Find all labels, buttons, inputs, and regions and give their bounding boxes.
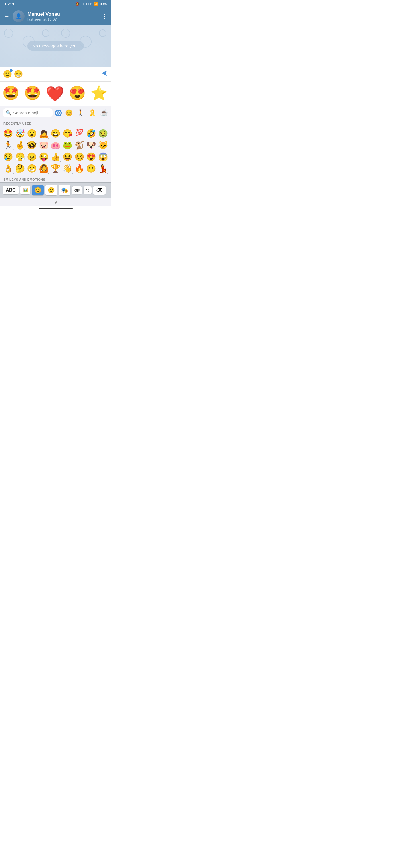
category-recent-icon[interactable]: [55, 110, 62, 117]
emoji-cell[interactable]: 🤯: [14, 128, 26, 140]
emoji-cell[interactable]: 🙇: [38, 128, 50, 140]
search-box[interactable]: 🔍: [3, 108, 53, 117]
emoji-kb-icon: 😊: [34, 187, 41, 194]
emoji-cell[interactable]: 🤔: [14, 163, 26, 175]
chat-area: No messages here yet...: [0, 25, 111, 67]
sticker2-kb-icon: 🙂: [48, 187, 55, 194]
search-input[interactable]: [13, 111, 50, 115]
no-messages-bubble: No messages here yet...: [27, 41, 84, 51]
category-people-icon[interactable]: 🚶: [76, 109, 85, 117]
animated-sticker-icon: 🎭: [61, 187, 68, 194]
home-bar: [0, 206, 111, 211]
emoji-featured-4[interactable]: 😍: [66, 84, 88, 104]
sticker-kb-button[interactable]: 🖼️: [20, 186, 30, 194]
emoji-featured-5[interactable]: ⭐: [88, 84, 110, 104]
emoji-cell[interactable]: 🥴: [73, 151, 85, 163]
chat-header: ← 👤 Manuel Vonau last seen at 16:07 ⋮: [0, 8, 111, 25]
abc-button[interactable]: ABC: [3, 186, 19, 194]
emoji-cell[interactable]: 👍: [50, 151, 62, 163]
sticker-badge: [10, 69, 12, 72]
emoji-featured-row: 🤩 🤩 ❤️ 😍 ⭐: [0, 82, 111, 106]
emoji-cell[interactable]: 👌: [2, 163, 14, 175]
text-cursor: [25, 71, 25, 78]
sticker-kb-icon: 🖼️: [23, 188, 28, 193]
svg-line-2: [58, 113, 59, 114]
network-label: LTE: [86, 2, 92, 6]
emoji-cell[interactable]: 😢: [2, 151, 14, 163]
status-time: 16:13: [5, 2, 14, 6]
emoji-cell[interactable]: 🐸: [62, 140, 74, 151]
emoji-cell[interactable]: 😆: [62, 151, 74, 163]
emoji-cell[interactable]: 😱: [97, 151, 109, 163]
battery-label: 90%: [100, 2, 107, 6]
emoji-cell[interactable]: 😠: [26, 151, 38, 163]
emoji-cell[interactable]: 🐽: [50, 140, 62, 151]
emoji-cell[interactable]: 🔥: [73, 163, 85, 175]
emoji-featured-2[interactable]: 🤩: [22, 84, 43, 104]
emoji-cell[interactable]: 😮: [26, 128, 38, 140]
sticker-button[interactable]: 🙂: [3, 70, 12, 79]
category-smileys-icon[interactable]: 😊: [64, 109, 73, 117]
recently-used-label: RECENTLY USED: [0, 120, 111, 126]
smileys-emotions-label: SMILEYS AND EMOTIONS: [0, 176, 111, 182]
emoji-cell[interactable]: 🤞: [14, 140, 26, 151]
emoji-cell[interactable]: 🙆: [38, 163, 50, 175]
emoji-grin-icon[interactable]: 😁: [14, 70, 23, 79]
contact-name: Manuel Vonau: [27, 11, 99, 17]
emoji-cell[interactable]: 💯: [73, 128, 85, 140]
status-bar: 16:13 🔕 ⊖ LTE 📶 90%: [0, 0, 111, 8]
emoji-cell[interactable]: 🤓: [26, 140, 38, 151]
notification-muted-icon: 🔕: [75, 2, 80, 6]
signal-icon: 📶: [94, 2, 98, 6]
emoji-featured-1[interactable]: 🤩: [0, 84, 22, 104]
emoji-cell[interactable]: 🤣: [85, 128, 97, 140]
emoji-cell[interactable]: 🐶: [85, 140, 97, 151]
search-category-row: 🔍 😊 🚶 🎗️ ☕: [0, 106, 111, 120]
emoji-cell[interactable]: 😀: [50, 128, 62, 140]
category-activities-icon[interactable]: 🎗️: [88, 109, 97, 117]
contact-info: Manuel Vonau last seen at 16:07: [27, 11, 99, 22]
text-emoji-button[interactable]: :-): [84, 186, 92, 194]
emoji-cell[interactable]: 😍: [85, 151, 97, 163]
contact-status: last seen at 16:07: [27, 17, 99, 22]
input-bar: 🙂 😁: [0, 67, 111, 82]
category-icons: 😊 🚶 🎗️ ☕: [55, 109, 108, 117]
emoji-cell[interactable]: 😤: [14, 151, 26, 163]
keyboard-bottom-bar: ABC 🖼️ 😊 🙂 🎭 GIF :-) ⌫: [0, 182, 111, 197]
header-menu-button[interactable]: ⋮: [102, 12, 108, 20]
emoji-cell[interactable]: 😁: [26, 163, 38, 175]
emoji-cell[interactable]: 😘: [62, 128, 74, 140]
emoji-cell[interactable]: 💃: [97, 163, 109, 175]
emoji-cell[interactable]: 🐱: [97, 140, 109, 151]
back-button[interactable]: ←: [3, 12, 10, 20]
emoji-cell[interactable]: 🤩: [2, 128, 14, 140]
avatar-image: 👤: [12, 10, 25, 22]
delete-button[interactable]: ⌫: [93, 186, 105, 195]
chevron-down-row: ∨: [0, 197, 111, 206]
emoji-cell[interactable]: 👋: [62, 163, 74, 175]
emoji-cell[interactable]: 😜: [38, 151, 50, 163]
delete-icon: ⌫: [96, 188, 103, 193]
emoji-cell[interactable]: 🤢: [97, 128, 109, 140]
emoji-cell[interactable]: 🏆: [50, 163, 62, 175]
status-icons: 🔕 ⊖ LTE 📶 90%: [75, 2, 107, 6]
sticker2-kb-button[interactable]: 🙂: [45, 185, 57, 195]
emoji-cell[interactable]: 🐒: [73, 140, 85, 151]
home-indicator: [38, 208, 73, 209]
search-icon: 🔍: [6, 110, 11, 116]
emoji-kb-button[interactable]: 😊: [32, 185, 44, 195]
avatar: 👤: [12, 10, 25, 22]
emoji-cell[interactable]: 🏃: [2, 140, 14, 151]
recently-used-grid: 🤩 🤯 😮 🙇 😀 😘 💯 🤣 🤢 🏃 🤞 🤓 🐷 🐽 🐸 🐒 🐶 🐱 😢 😤 …: [0, 126, 111, 176]
emoji-featured-3[interactable]: ❤️: [43, 84, 66, 104]
chevron-down-icon[interactable]: ∨: [54, 199, 58, 205]
emoji-cell[interactable]: 😶: [85, 163, 97, 175]
emoji-cell[interactable]: 🐷: [38, 140, 50, 151]
send-button[interactable]: [100, 69, 108, 79]
animated-sticker-button[interactable]: 🎭: [59, 185, 70, 195]
dnd-icon: ⊖: [81, 2, 84, 6]
category-food-icon[interactable]: ☕: [100, 109, 108, 117]
gif-button[interactable]: GIF: [72, 186, 82, 194]
emoji-picker: 🔍 😊 🚶 🎗️ ☕ RECENTLY USED 🤩 🤯 😮 🙇 😀 😘: [0, 106, 111, 182]
